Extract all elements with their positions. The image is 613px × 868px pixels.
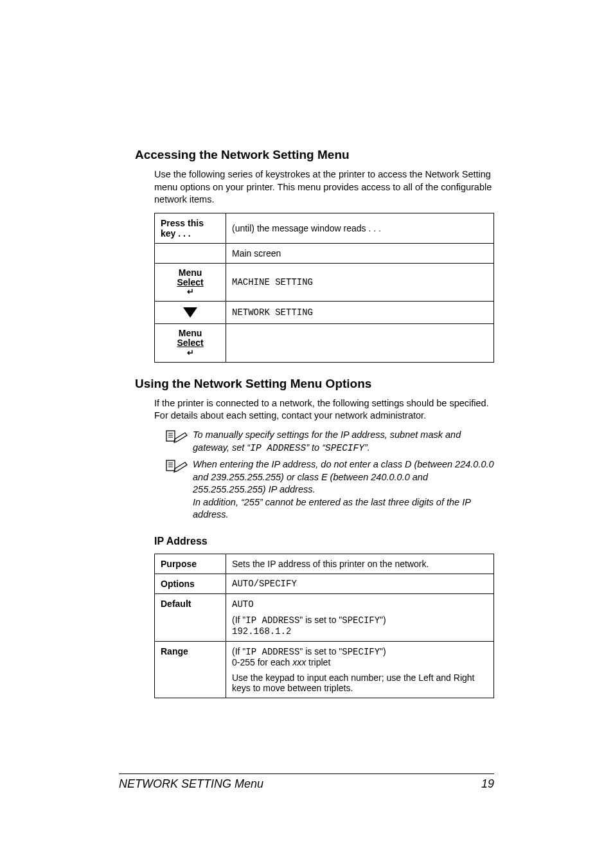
footer-title: NETWORK SETTING Menu [119,777,263,791]
text-fragment: " is set to " [299,615,342,625]
enter-arrow-icon: ↵ [187,287,194,296]
enter-arrow-icon: ↵ [187,348,194,357]
text-fragment: triplet [306,657,330,667]
value-options: AUTO/SPECIFY [226,574,494,593]
note-code: IP ADDRESS [250,443,306,453]
text-fragment: 0-255 for each [232,657,292,667]
page-footer: NETWORK SETTING Menu 19 [119,773,494,791]
table-row: Menu Select ↵ MACHINE SETTING [155,263,494,301]
range-instruction: Use the keypad to input each number; use… [232,673,474,693]
value-default: AUTO (If "IP ADDRESS" is set to "SPECIFY… [226,593,494,641]
menu-label-line1: Menu [179,267,202,278]
note-block-1: To manually specify settings for the IP … [154,429,494,455]
text-fragment: ") [380,615,386,625]
key-cell-down [155,302,226,324]
heading-accessing-menu: Accessing the Network Setting Menu [135,148,494,162]
menu-label-line2: Select [177,277,203,287]
label-default: Default [155,593,226,641]
subheading-ip-address: IP Address [154,536,494,547]
default-ip-value: 192.168.1.2 [232,626,291,637]
code-fragment: IP ADDRESS [245,647,299,657]
default-line1: AUTO [232,599,254,610]
message-cell: MACHINE SETTING [226,263,494,301]
menu-select-icon: Menu Select ↵ [177,268,203,296]
table-row: Press this key . . . (until) the message… [155,213,494,243]
menu-label-line1: Menu [179,328,202,338]
label-purpose: Purpose [155,554,226,574]
code-fragment: IP ADDRESS [245,615,299,626]
value-purpose: Sets the IP address of this printer on t… [226,554,494,574]
table-row: Options AUTO/SPECIFY [155,574,494,593]
note-fragment: ”. [364,442,370,453]
message-cell [226,324,494,362]
note-icon-wrap [154,429,193,443]
text-fragment: (If " [232,615,245,625]
note-block-2: When entering the IP address, do not ent… [154,458,494,521]
table-header-key: Press this key . . . [155,213,226,243]
key-cell-blank [155,243,226,263]
text-fragment: ") [380,646,386,656]
text-fragment: (If " [232,646,245,656]
code-fragment: SPECIFY [342,647,380,657]
table-row: Menu Select ↵ [155,324,494,362]
message-cell: Main screen [226,243,494,263]
table-row: Default AUTO (If "IP ADDRESS" is set to … [155,593,494,641]
message-cell: NETWORK SETTING [226,302,494,324]
document-page: Accessing the Network Setting Menu Use t… [0,0,613,868]
intro-paragraph-2: If the printer is connected to a network… [135,397,494,422]
italic-fragment: xxx [292,657,306,667]
note-text: When entering the IP address, do not ent… [193,458,494,521]
table-row: Main screen [155,243,494,263]
table-header-message: (until) the message window reads . . . [226,213,494,243]
svg-rect-4 [166,460,175,471]
key-sequence-table: Press this key . . . (until) the message… [154,213,494,363]
ip-address-table: Purpose Sets the IP address of this prin… [154,554,494,698]
menu-select-icon: Menu Select ↵ [177,329,203,357]
value-range: (If "IP ADDRESS" is set to "SPECIFY") 0-… [226,641,494,698]
note-code: SPECIFY [325,443,364,453]
menu-label-line2: Select [177,338,203,348]
table-row: Range (If "IP ADDRESS" is set to "SPECIF… [155,641,494,698]
table-row: NETWORK SETTING [155,302,494,324]
svg-rect-0 [166,431,175,441]
label-range: Range [155,641,226,698]
table-row: Purpose Sets the IP address of this prin… [155,554,494,574]
text-fragment: " is set to " [299,646,342,656]
note-text: To manually specify settings for the IP … [193,429,494,455]
note-fragment: ” to “ [306,442,325,453]
intro-paragraph-1: Use the following series of keystrokes a… [135,168,494,206]
note-line: In addition, “255” cannot be entered as … [193,497,470,520]
label-options: Options [155,574,226,593]
note-line: When entering the IP address, do not ent… [193,459,494,494]
heading-using-menu-options: Using the Network Setting Menu Options [135,377,494,391]
note-icon [166,460,188,473]
key-cell-menu-select: Menu Select ↵ [155,324,226,362]
footer-page-number: 19 [481,777,494,791]
key-cell-menu-select: Menu Select ↵ [155,263,226,301]
down-arrow-icon [183,307,197,318]
note-icon-wrap [154,458,193,473]
code-fragment: SPECIFY [342,615,380,626]
note-icon [166,430,188,443]
